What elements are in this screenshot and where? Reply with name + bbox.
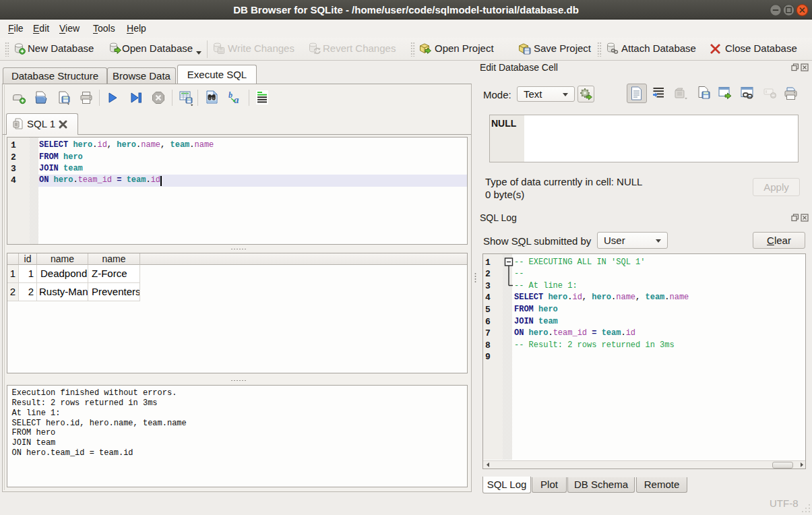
svg-text:a: a [234, 94, 239, 104]
